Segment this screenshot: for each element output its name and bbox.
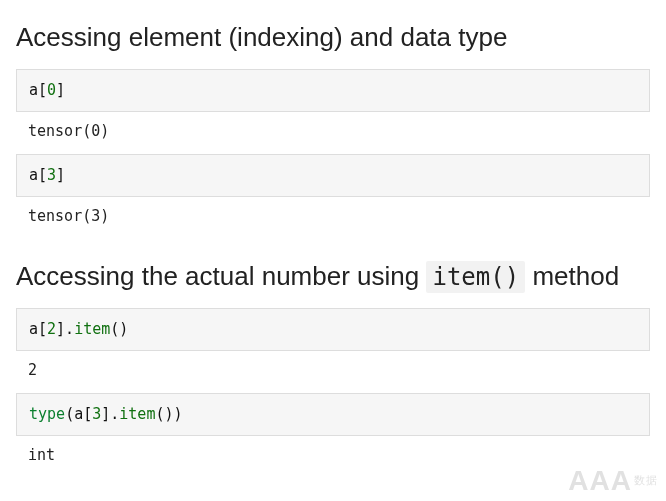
code-cell: a[2].item() [16, 308, 650, 351]
code-cell: a[0] [16, 69, 650, 112]
notebook-document: Acessing element (indexing) and data typ… [16, 20, 650, 470]
code-cell: type(a[3].item()) [16, 393, 650, 436]
code-cell: a[3] [16, 154, 650, 197]
output-cell: int [16, 436, 650, 470]
output-cell: tensor(3) [16, 197, 650, 231]
output-cell: 2 [16, 351, 650, 385]
section-heading: Acessing element (indexing) and data typ… [16, 20, 650, 55]
watermark-sub: 数据 [634, 474, 658, 486]
section-heading: Accessing the actual number using item()… [16, 259, 650, 294]
output-cell: tensor(0) [16, 112, 650, 146]
